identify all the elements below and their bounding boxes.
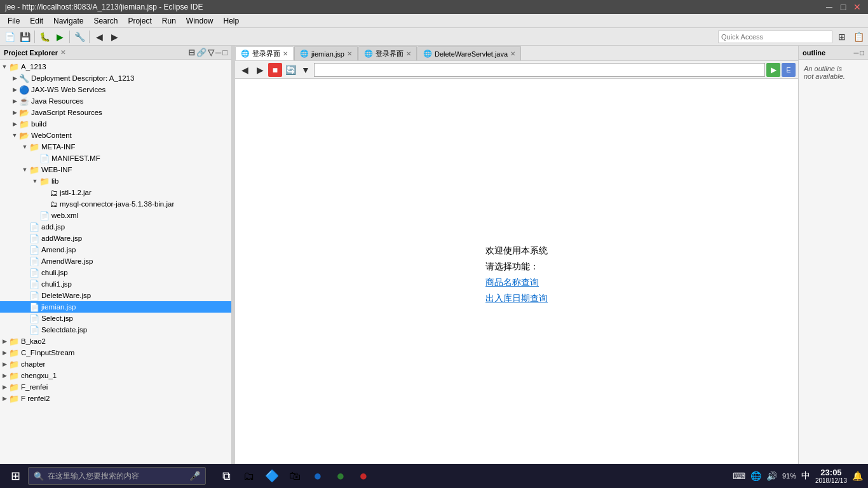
tree-item-manifest[interactable]: 📄MANIFEST.MF (0, 152, 231, 164)
outline-minimize[interactable]: ─ (854, 49, 859, 57)
tab-close-jiemian[interactable]: ✕ (347, 50, 352, 57)
tree-item-webxml[interactable]: 📄web.xml (0, 210, 231, 221)
menu-item-window[interactable]: Window (181, 15, 219, 27)
taskbar-task-view[interactable]: ⧉ (216, 466, 236, 486)
browser-ext-button[interactable]: E (782, 63, 796, 77)
run-button[interactable]: ▶ (53, 30, 67, 44)
tree-arrow-jax-ws[interactable]: ▶ (10, 86, 19, 93)
link-goods-name[interactable]: 商品名称查询 (485, 274, 548, 290)
open-perspective-button[interactable]: 📋 (851, 30, 865, 44)
minimize-button[interactable]: ─ (824, 1, 835, 13)
pe-maximize[interactable]: □ (222, 48, 227, 57)
taskbar-file-explorer[interactable]: 🗂 (239, 466, 259, 486)
quick-access-input[interactable] (718, 30, 832, 43)
maximize-button[interactable]: □ (837, 1, 849, 13)
tree-item-Selectdate[interactable]: 📄Selectdate.jsp (0, 324, 231, 336)
taskbar-network-icon[interactable]: 🌐 (750, 471, 761, 481)
tree-arrow-build[interactable]: ▶ (10, 121, 19, 127)
tree-item-chengxu_1[interactable]: ▶📁chengxu_1 (0, 370, 231, 381)
tree-item-F_renfei[interactable]: ▶📁F_renfei (0, 381, 231, 393)
debug-button[interactable]: 🐛 (37, 30, 51, 44)
clock[interactable]: 23:05 2018/12/13 (815, 468, 847, 484)
tree-arrow-deployment[interactable]: ▶ (10, 75, 19, 81)
tree-item-B_kao2[interactable]: ▶📁B_kao2 (0, 336, 231, 347)
tree-arrow-java-res[interactable]: ▶ (10, 98, 19, 104)
tree-arrow-lib[interactable]: ▼ (31, 178, 39, 184)
next-button[interactable]: ▶ (107, 30, 121, 44)
pe-minimize[interactable]: ─ (215, 48, 221, 57)
browser-go-button[interactable]: ▶ (766, 63, 780, 77)
tree-item-deployment[interactable]: ▶🔧Deployment Descriptor: A_1213 (0, 72, 231, 84)
tree-arrow-C_FInputStream[interactable]: ▶ (0, 349, 9, 356)
tree-arrow-meta-inf[interactable]: ▼ (20, 144, 29, 150)
new-button[interactable]: 📄 (3, 30, 17, 44)
tree-item-java-res[interactable]: ▶☕Java Resources (0, 95, 231, 107)
tree-item-Select[interactable]: 📄Select.jsp (0, 313, 231, 324)
tab-close-denglu[interactable]: ✕ (283, 50, 288, 57)
tree-arrow-web-inf[interactable]: ▼ (20, 166, 29, 173)
taskbar-blue-app[interactable]: ● (308, 466, 328, 486)
taskbar-red-app[interactable]: ● (353, 466, 374, 486)
browser-back-button[interactable]: ◀ (238, 63, 252, 77)
tree-item-F_renfei2[interactable]: ▶📁F renfei2 (0, 393, 231, 404)
editor-tab-denglu[interactable]: 🌐登录界面✕ (235, 46, 294, 60)
pe-header-controls[interactable]: ⊟ 🔗 ▽ ─ □ (188, 48, 227, 57)
menu-item-search[interactable]: Search (88, 15, 123, 27)
tree-arrow-F_renfei[interactable]: ▶ (0, 384, 9, 390)
menu-item-file[interactable]: File (3, 15, 25, 27)
browser-forward-button[interactable]: ▶ (253, 63, 267, 77)
menu-item-edit[interactable]: Edit (25, 15, 48, 27)
perspective-button[interactable]: ⊞ (835, 30, 849, 44)
tree-item-add[interactable]: 📄add.jsp (0, 221, 231, 233)
menu-item-help[interactable]: Help (219, 15, 245, 27)
close-button[interactable]: ✕ (851, 1, 863, 13)
tree-item-chuli1[interactable]: 📄chuli1.jsp (0, 278, 231, 290)
editor-tab-deleteware[interactable]: 🌐DeleteWareServlet.java✕ (417, 46, 521, 60)
tree-item-C_FInputStream[interactable]: ▶📁C_FInputStream (0, 347, 231, 358)
menu-item-project[interactable]: Project (123, 15, 156, 27)
voice-search-icon[interactable]: 🎤 (189, 471, 200, 481)
taskbar-sound-icon[interactable]: 🔊 (766, 471, 777, 481)
menu-item-run[interactable]: Run (157, 15, 181, 27)
pe-collapse-all[interactable]: ⊟ (188, 48, 195, 57)
tree-item-chuli[interactable]: 📄chuli.jsp (0, 267, 231, 278)
tree-item-lib[interactable]: ▼📁lib (0, 175, 231, 187)
external-tools-button[interactable]: 🔧 (72, 30, 86, 44)
tree-arrow-F_renfei2[interactable]: ▶ (0, 395, 9, 402)
tree-arrow-chengxu_1[interactable]: ▶ (0, 372, 9, 379)
browser-refresh-button[interactable]: 🔄 (283, 63, 297, 77)
pe-view-menu[interactable]: ▽ (208, 48, 214, 57)
browser-dropdown-button[interactable]: ▼ (299, 63, 313, 77)
taskbar-search[interactable]: 🔍 在这里输入您要搜索的内容 🎤 (28, 467, 206, 485)
tree-arrow-js-res[interactable]: ▶ (10, 109, 19, 116)
taskbar-keyboard-icon[interactable]: ⌨ (733, 471, 745, 481)
tab-close-deleteware[interactable]: ✕ (510, 50, 515, 57)
tree-item-js-res[interactable]: ▶📂JavaScript Resources (0, 107, 231, 118)
prev-button[interactable]: ◀ (92, 30, 106, 44)
tree-arrow-chapter[interactable]: ▶ (0, 361, 9, 367)
tree-item-mysql[interactable]: 🗂mysql-connector-java-5.1.38-bin.jar (0, 198, 231, 210)
tree-item-A_1213[interactable]: ▼📁A_1213 (0, 61, 231, 72)
title-bar-controls[interactable]: ─ □ ✕ (824, 1, 863, 13)
editor-tab-jiemian[interactable]: 🌐jiemian.jsp✕ (294, 46, 358, 60)
tree-item-addWare[interactable]: 📄addWare.jsp (0, 233, 231, 244)
menu-item-navigate[interactable]: Navigate (48, 15, 88, 27)
editor-tab-denglu2[interactable]: 🌐登录界面✕ (358, 46, 417, 60)
taskbar-notification[interactable]: 🔔 (852, 471, 863, 481)
tree-item-jiemian[interactable]: 📄jiemian.jsp (0, 301, 231, 313)
tree-item-AmendWare[interactable]: 📄AmendWare.jsp (0, 255, 231, 267)
browser-stop-button[interactable]: ■ (268, 63, 282, 77)
tab-close-denglu2[interactable]: ✕ (406, 50, 411, 57)
taskbar-edge[interactable]: 🔷 (262, 466, 282, 486)
tree-item-meta-inf[interactable]: ▼📁META-INF (0, 141, 231, 152)
start-button[interactable]: ⊞ (5, 466, 25, 486)
tree-arrow-B_kao2[interactable]: ▶ (0, 338, 9, 344)
tree-item-jax-ws[interactable]: ▶🔵JAX-WS Web Services (0, 84, 231, 95)
tree-item-DeleteWare[interactable]: 📄DeleteWare.jsp (0, 290, 231, 301)
taskbar-ime-icon[interactable]: 中 (801, 470, 810, 482)
url-bar[interactable]: http://localhost:8081/A_1213/Select.jsp (314, 63, 765, 77)
tree-item-build[interactable]: ▶📁build (0, 118, 231, 130)
tree-arrow-webcontent[interactable]: ▼ (10, 132, 19, 139)
taskbar-green-app[interactable]: ● (330, 466, 351, 486)
tree-arrow-A_1213[interactable]: ▼ (0, 64, 9, 70)
